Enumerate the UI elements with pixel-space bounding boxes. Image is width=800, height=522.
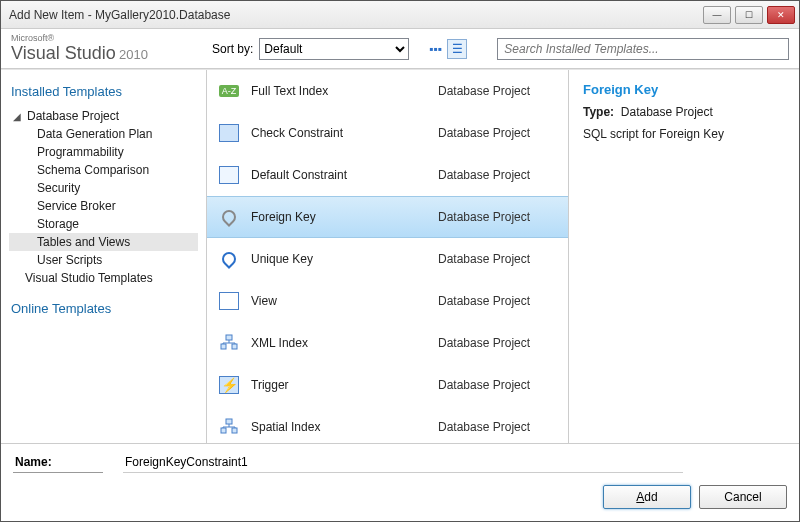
template-item-trigger[interactable]: ⚡ Trigger Database Project — [207, 364, 568, 406]
body: Installed Templates ◢ Database Project D… — [1, 69, 799, 443]
header-row: Microsoft® Visual Studio 2010 Sort by: D… — [1, 29, 799, 69]
template-item-view[interactable]: View Database Project — [207, 280, 568, 322]
template-list-panel: A-Z Full Text Index Database Project Che… — [206, 70, 569, 443]
spatial-index-icon — [217, 415, 241, 439]
installed-templates-heading[interactable]: Installed Templates — [11, 84, 198, 99]
svg-rect-1 — [221, 344, 226, 349]
minimize-button[interactable]: — — [703, 6, 731, 24]
footer: Name: Add Cancel — [1, 443, 799, 521]
svg-rect-3 — [226, 419, 232, 424]
svg-rect-4 — [221, 428, 226, 433]
sort-area: Sort by: Default ▪▪▪ ☰ — [206, 38, 467, 60]
full-text-index-icon: A-Z — [217, 79, 241, 103]
xml-index-icon — [217, 331, 241, 355]
view-details-button[interactable]: ☰ — [447, 39, 467, 59]
unique-key-icon — [217, 247, 241, 271]
close-button[interactable]: ✕ — [767, 6, 795, 24]
add-button[interactable]: Add — [603, 485, 691, 509]
details-title: Foreign Key — [583, 82, 785, 97]
tree-item-service-broker[interactable]: Service Broker — [9, 197, 198, 215]
sort-dropdown[interactable]: Default — [259, 38, 409, 60]
template-item-full-text-index[interactable]: A-Z Full Text Index Database Project — [207, 70, 568, 112]
check-constraint-icon — [217, 121, 241, 145]
search-area — [497, 38, 789, 60]
name-row: Name: — [13, 452, 787, 473]
view-icon — [217, 289, 241, 313]
search-input[interactable] — [497, 38, 789, 60]
template-item-unique-key[interactable]: Unique Key Database Project — [207, 238, 568, 280]
foreign-key-icon — [217, 205, 241, 229]
name-input[interactable] — [123, 452, 683, 473]
details-type: Type: Database Project — [583, 105, 785, 119]
online-templates-heading[interactable]: Online Templates — [11, 301, 198, 316]
svg-rect-2 — [232, 344, 237, 349]
brand: Microsoft® Visual Studio 2010 — [1, 33, 206, 64]
details-description: SQL script for Foreign Key — [583, 127, 785, 141]
template-item-spatial-index[interactable]: Spatial Index Database Project — [207, 406, 568, 443]
svg-rect-5 — [232, 428, 237, 433]
template-item-default-constraint[interactable]: Default Constraint Database Project — [207, 154, 568, 196]
brand-year: 2010 — [119, 47, 148, 62]
tree-item-user-scripts[interactable]: User Scripts — [9, 251, 198, 269]
caret-icon: ◢ — [13, 111, 23, 122]
sidebar: Installed Templates ◢ Database Project D… — [1, 70, 206, 443]
template-item-xml-index[interactable]: XML Index Database Project — [207, 322, 568, 364]
brand-name: Visual Studio — [11, 43, 116, 63]
view-toggle: ▪▪▪ ☰ — [425, 39, 467, 59]
maximize-button[interactable]: ☐ — [735, 6, 763, 24]
tree-item-security[interactable]: Security — [9, 179, 198, 197]
default-constraint-icon — [217, 163, 241, 187]
titlebar[interactable]: Add New Item - MyGallery2010.Database — … — [1, 1, 799, 29]
trigger-icon: ⚡ — [217, 373, 241, 397]
sort-label: Sort by: — [212, 42, 253, 56]
name-label: Name: — [13, 452, 103, 473]
tree-root-database-project[interactable]: ◢ Database Project — [9, 107, 198, 125]
svg-rect-0 — [226, 335, 232, 340]
brand-ms: Microsoft® — [11, 33, 148, 43]
tree-item-programmability[interactable]: Programmability — [9, 143, 198, 161]
details-panel: Foreign Key Type: Database Project SQL s… — [569, 70, 799, 443]
view-small-icons-button[interactable]: ▪▪▪ — [425, 39, 445, 59]
cancel-button[interactable]: Cancel — [699, 485, 787, 509]
button-row: Add Cancel — [13, 481, 787, 513]
tree-item-data-generation-plan[interactable]: Data Generation Plan — [9, 125, 198, 143]
dialog-window: Add New Item - MyGallery2010.Database — … — [0, 0, 800, 522]
tree-item-storage[interactable]: Storage — [9, 215, 198, 233]
template-list[interactable]: A-Z Full Text Index Database Project Che… — [207, 70, 568, 443]
template-item-check-constraint[interactable]: Check Constraint Database Project — [207, 112, 568, 154]
tree-item-tables-and-views[interactable]: Tables and Views — [9, 233, 198, 251]
titlebar-text: Add New Item - MyGallery2010.Database — [9, 8, 699, 22]
template-item-foreign-key[interactable]: Foreign Key Database Project — [207, 196, 568, 238]
tree-item-schema-comparison[interactable]: Schema Comparison — [9, 161, 198, 179]
tree-item-vs-templates[interactable]: Visual Studio Templates — [9, 269, 198, 287]
